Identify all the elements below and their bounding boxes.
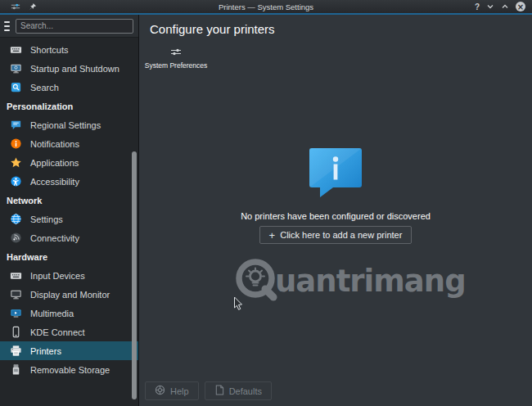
help-button[interactable]: Help <box>145 381 199 400</box>
sidebar-item-label: Removable Storage <box>30 365 110 375</box>
page-title: Configure your printers <box>139 15 532 36</box>
monitor-power-icon <box>10 62 22 74</box>
sidebar-scrollbar[interactable] <box>132 151 137 399</box>
help-button-label: Help <box>170 386 189 396</box>
titlebar-left-icons <box>4 2 37 11</box>
sidebar: ShortcutsStartup and ShutdownSearchPerso… <box>0 15 139 406</box>
notification-icon <box>10 138 22 150</box>
sidebar-item-shortcuts[interactable]: Shortcuts <box>0 40 138 59</box>
sidebar-toolbar <box>0 15 138 38</box>
sidebar-item-settings[interactable]: Settings <box>0 210 138 228</box>
connectivity-icon <box>10 232 22 244</box>
defaults-icon <box>214 385 224 397</box>
hamburger-menu-icon[interactable] <box>4 21 10 31</box>
defaults-button-label: Defaults <box>229 386 262 396</box>
sidebar-item-printers[interactable]: Printers <box>0 341 138 360</box>
footer-buttons: Help Defaults <box>145 381 272 400</box>
add-printer-button-label: Click here to add a new printer <box>280 230 402 240</box>
removable-storage-icon <box>10 363 22 376</box>
sidebar-item-label: Connectivity <box>30 233 79 243</box>
sidebar-item-label: Shortcuts <box>30 45 68 55</box>
add-printer-button[interactable]: + Click here to add a new printer <box>259 226 413 244</box>
empty-state-message: No printers have been configured or disc… <box>139 211 532 221</box>
system-preferences-label: System Preferences <box>145 61 208 70</box>
sidebar-item-label: Input Devices <box>30 271 85 281</box>
accessibility-icon <box>10 175 22 187</box>
sidebar-item-regional-settings[interactable]: Regional Settings <box>0 115 138 134</box>
close-button[interactable]: × <box>516 2 525 11</box>
sidebar-list: ShortcutsStartup and ShutdownSearchPerso… <box>0 38 138 379</box>
sidebar-item-label: Printers <box>30 346 61 356</box>
keyboard-icon <box>10 43 22 56</box>
sidebar-item-label: Personalization <box>7 102 73 111</box>
sidebar-item-label: Startup and Shutdown <box>30 64 119 74</box>
minimize-button[interactable] <box>486 3 494 10</box>
sidebar-item-search[interactable]: Search <box>0 78 138 97</box>
main-panel: Configure your printers System Preferenc… <box>139 15 532 406</box>
sidebar-item-label: Hardware <box>7 252 47 262</box>
sidebar-item-multimedia[interactable]: Multimedia <box>0 304 138 323</box>
sidebar-item-label: Settings <box>30 214 63 224</box>
sidebar-item-input-devices[interactable]: Input Devices <box>0 266 138 285</box>
titlebar-buttons: ? × <box>475 2 528 11</box>
sidebar-item-label: Regional Settings <box>30 120 101 130</box>
sidebar-item-kde-connect[interactable]: KDE Connect <box>0 323 138 341</box>
sidebar-section-header: Network <box>0 191 138 210</box>
search-blue-icon <box>10 81 22 93</box>
globe-icon <box>10 213 22 225</box>
sidebar-item-label: KDE Connect <box>30 327 85 337</box>
sidebar-section-header: Personalization <box>0 97 138 115</box>
speech-bubble-icon <box>10 119 22 131</box>
sidebar-item-removable-storage[interactable]: Removable Storage <box>0 360 138 379</box>
sidebar-item-label: Display and Monitor <box>30 290 110 300</box>
sidebar-item-display-and-monitor[interactable]: Display and Monitor <box>0 285 138 304</box>
sidebar-item-startup-and-shutdown[interactable]: Startup and Shutdown <box>0 59 138 78</box>
info-bubble-icon <box>309 187 363 201</box>
sidebar-item-notifications[interactable]: Notifications <box>0 134 138 153</box>
empty-state: No printers have been configured or disc… <box>139 147 532 244</box>
sidebar-item-label: Applications <box>30 158 79 168</box>
app-icon <box>11 2 20 11</box>
sidebar-item-connectivity[interactable]: Connectivity <box>0 228 138 247</box>
help-titlebar-button[interactable]: ? <box>475 2 480 11</box>
window-content: ShortcutsStartup and ShutdownSearchPerso… <box>0 15 532 406</box>
system-preferences-tab[interactable]: System Preferences <box>144 45 208 70</box>
maximize-button[interactable] <box>501 3 509 10</box>
pin-icon[interactable] <box>28 2 37 11</box>
help-icon <box>155 385 165 397</box>
search-input[interactable] <box>16 19 133 34</box>
sidebar-item-applications[interactable]: Applications <box>0 153 138 172</box>
sliders-icon <box>170 45 182 60</box>
multimedia-icon <box>10 307 22 319</box>
sidebar-item-accessibility[interactable]: Accessibility <box>0 172 138 191</box>
titlebar: Printers — System Settings ? × <box>0 0 532 13</box>
printer-icon <box>10 345 22 357</box>
star-icon <box>10 156 22 169</box>
sidebar-item-label: Multimedia <box>30 309 74 318</box>
phone-icon <box>10 326 22 338</box>
sidebar-item-label: Notifications <box>30 139 79 149</box>
window-title: Printers — System Settings <box>0 2 532 11</box>
sidebar-section-header: Hardware <box>0 247 138 266</box>
sidebar-item-label: Network <box>7 196 42 205</box>
keyboard-icon <box>10 269 22 282</box>
sidebar-item-label: Accessibility <box>30 177 79 187</box>
plus-icon: + <box>269 231 276 240</box>
display-icon <box>10 288 22 300</box>
defaults-button[interactable]: Defaults <box>205 381 272 400</box>
sidebar-item-label: Search <box>30 83 59 92</box>
